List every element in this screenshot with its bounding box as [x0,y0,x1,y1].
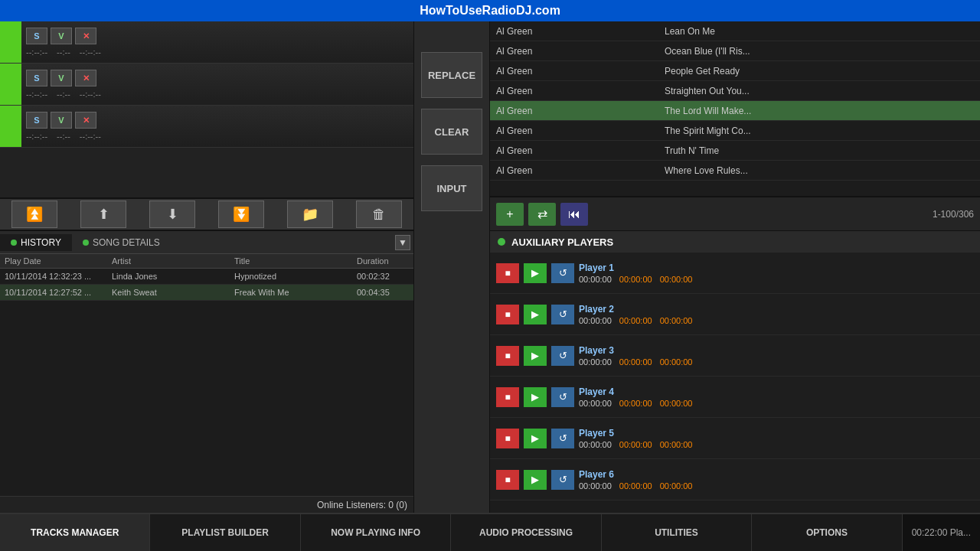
input-button[interactable]: INPUT [421,165,482,211]
history-dropdown-button[interactable]: ▼ [395,235,410,250]
aux-time-1a: 00:00:00 [579,275,612,284]
aux-info-2: Player 2 00:00:00 00:00:00 00:00:00 [579,304,974,325]
v-button[interactable]: V [51,70,72,86]
tab-song-details[interactable]: SONG DETAILS [72,234,171,251]
track-rows: S V ✕ --:--:-- --:-- --:--:-- S [0,21,413,197]
nav-now-playing-info[interactable]: NOW PLAYING INFO [301,514,451,551]
right-panel: Al Green Lean On Me Al Green Ocean Blue … [490,21,980,513]
aux-play-button-2[interactable]: ▶ [524,305,547,324]
v-button[interactable]: V [51,28,72,44]
aux-player-name-6: Player 6 [579,469,974,480]
aux-reload-button-2[interactable]: ↺ [551,305,574,324]
aux-reload-button-4[interactable]: ↺ [551,387,574,407]
aux-player-name-3: Player 3 [579,345,974,356]
song-row[interactable]: Al Green People Get Ready [490,61,980,81]
close-button[interactable]: ✕ [75,112,96,129]
song-list: Al Green Lean On Me Al Green Ocean Blue … [490,21,980,197]
auxiliary-players-header: AUXILIARY PLAYERS [490,231,980,253]
song-row[interactable]: Al Green Ocean Blue (I'll Ris... [490,41,980,61]
aux-players-dot [498,238,505,246]
aux-stop-button-6[interactable]: ■ [496,470,519,490]
song-artist: Al Green [496,106,665,116]
aux-player-row: ■ ▶ ↺ Player 4 00:00:00 00:00:00 00:00:0… [490,377,980,418]
song-row[interactable]: Al Green The Spirit Might Co... [490,121,980,141]
close-button[interactable]: ✕ [75,70,96,86]
aux-time-3b: 00:00:00 [619,357,652,367]
nav-options[interactable]: OPTIONS [752,514,902,551]
tab-history[interactable]: HISTORY [0,234,72,251]
song-title: Ocean Blue (I'll Ris... [665,46,974,57]
aux-player-name-2: Player 2 [579,304,974,315]
track-time-2: --:-- [57,132,70,141]
aux-info-5: Player 5 00:00:00 00:00:00 00:00:00 [579,428,974,449]
nav-tracks-manager[interactable]: TRACKS MANAGER [0,514,150,551]
history-area: HISTORY SONG DETAILS ▼ Play Date Artist … [0,231,413,513]
aux-stop-button-4[interactable]: ■ [496,387,519,407]
track-row: S V ✕ --:--:-- --:-- --:--:-- [0,21,413,64]
track-color-bar [0,21,21,63]
bottom-navigation: TRACKS MANAGER PLAYLIST BUILDER NOW PLAY… [0,513,980,551]
aux-time-5c: 00:00:00 [660,440,693,449]
song-artist: Al Green [496,145,665,156]
song-row[interactable]: Al Green Where Love Rules... [490,161,980,181]
history-row[interactable]: 10/11/2014 12:32:23 ... Linda Jones Hypn… [0,269,413,285]
song-artist: Al Green [496,46,665,57]
aux-stop-button-1[interactable]: ■ [496,263,519,283]
add-to-playlist-button[interactable]: + [496,203,524,226]
nav-audio-processing[interactable]: AUDIO PROCESSING [451,514,601,551]
nav-now-playing-info-label: NOW PLAYING INFO [331,527,420,538]
aux-time-4a: 00:00:00 [579,399,612,408]
aux-time-6b: 00:00:00 [619,481,652,491]
prev-button[interactable]: ⏮ [560,203,588,226]
aux-reload-button-1[interactable]: ↺ [551,263,574,283]
s-button[interactable]: S [26,28,47,44]
song-row[interactable]: Al Green Lean On Me [490,21,980,41]
history-cell-title: Hypnotized [230,272,352,281]
bottom-time: 00:22:00 Pla... [903,527,980,538]
song-row-selected[interactable]: Al Green The Lord Will Make... [490,101,980,121]
aux-play-button-5[interactable]: ▶ [524,429,547,448]
history-cell-artist: Keith Sweat [107,288,230,297]
aux-stop-button-2[interactable]: ■ [496,305,519,324]
s-button[interactable]: S [26,70,47,86]
nav-playlist-builder[interactable]: PLAYLIST BUILDER [150,514,300,551]
move-up-button[interactable]: ⬆ [80,201,126,228]
jump-to-top-button[interactable]: ⏫ [11,201,57,228]
aux-play-button-4[interactable]: ▶ [524,387,547,407]
v-button[interactable]: V [51,112,72,129]
s-button[interactable]: S [26,112,47,129]
aux-time-6c: 00:00:00 [660,481,693,491]
move-down-button[interactable]: ⬇ [149,201,195,228]
clear-button[interactable]: CLEAR [421,109,482,155]
open-folder-button[interactable]: 📁 [287,201,333,228]
jump-to-bottom-button[interactable]: ⏬ [218,201,264,228]
aux-stop-button-5[interactable]: ■ [496,429,519,448]
history-tab-dot [11,240,17,246]
close-button[interactable]: ✕ [75,28,96,44]
delete-button[interactable]: 🗑 [356,201,402,228]
aux-play-button-6[interactable]: ▶ [524,470,547,490]
history-cell-date: 10/11/2014 12:32:23 ... [0,272,107,281]
top-bar: HowToUseRadioDJ.com [0,0,980,21]
aux-reload-button-6[interactable]: ↺ [551,470,574,490]
aux-play-button-3[interactable]: ▶ [524,346,547,366]
aux-players-title: AUXILIARY PLAYERS [511,236,613,248]
track-color-bar [0,106,21,147]
aux-info-3: Player 3 00:00:00 00:00:00 00:00:00 [579,345,974,367]
shuffle-button[interactable]: ⇄ [528,203,556,226]
nav-utilities[interactable]: UTILITIES [602,514,752,551]
aux-play-button-1[interactable]: ▶ [524,263,547,283]
track-time-3: --:--:-- [80,132,101,141]
aux-times-5: 00:00:00 00:00:00 00:00:00 [579,440,974,449]
replace-button[interactable]: REPLACE [421,52,482,98]
song-row[interactable]: Al Green Truth N' Time [490,141,980,161]
aux-time-3a: 00:00:00 [579,357,612,367]
aux-reload-button-5[interactable]: ↺ [551,429,574,448]
song-title: People Get Ready [665,66,974,77]
track-time-2: --:-- [57,90,70,99]
aux-stop-button-3[interactable]: ■ [496,346,519,366]
song-row[interactable]: Al Green Straighten Out You... [490,81,980,101]
aux-time-5a: 00:00:00 [579,440,612,449]
history-row[interactable]: 10/11/2014 12:27:52 ... Keith Sweat Frea… [0,285,413,301]
aux-reload-button-3[interactable]: ↺ [551,346,574,366]
